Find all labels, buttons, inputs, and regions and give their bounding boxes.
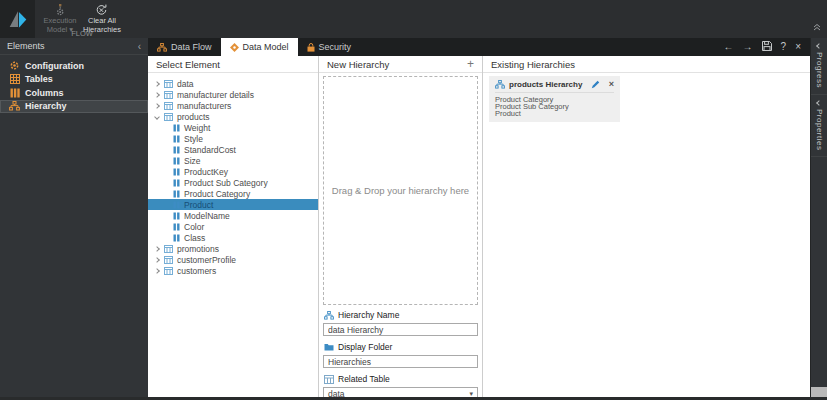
clear-all-icon	[94, 3, 109, 17]
elements-sidebar: Elements ‹ Configuration	[0, 38, 148, 397]
ribbon-group-flow: Execution Model ▾ Clear All Hierarchies …	[38, 0, 126, 38]
tree-item-color[interactable]: Color	[148, 221, 318, 232]
expand-caret-icon[interactable]	[154, 92, 160, 98]
expand-caret-icon[interactable]	[154, 103, 160, 109]
clear-all-hierarchies-button[interactable]: Clear All Hierarchies	[80, 2, 124, 29]
column-icon	[173, 124, 180, 132]
sidebar-item-columns[interactable]: Columns	[0, 86, 148, 100]
dock-tab-label: Progress	[815, 52, 824, 88]
hierarchy-level-product: Product	[495, 110, 614, 117]
tab-data-model[interactable]: Data Model	[221, 38, 298, 56]
collapse-ribbon-icon[interactable]	[812, 17, 822, 35]
help-icon[interactable]: ?	[781, 42, 787, 52]
panel-title: Existing Hierarchies	[491, 59, 575, 70]
tree-item-label: manufacturer details	[177, 90, 254, 100]
table-icon	[164, 256, 173, 264]
hierarchy-dropzone[interactable]: Drag & Drop your hierarchy here	[323, 76, 478, 305]
forward-icon[interactable]: →	[743, 42, 753, 52]
select-element-panel: Select Element datamanufacturer detailsm…	[148, 56, 318, 397]
tree-item-label: customers	[177, 266, 216, 276]
column-icon	[173, 201, 180, 209]
tree-item-style[interactable]: Style	[148, 133, 318, 144]
window-controls: ← → ? ×	[724, 38, 810, 56]
tree-item-modelname[interactable]: ModelName	[148, 210, 318, 221]
tree-item-product-sub-category[interactable]: Product Sub Category	[148, 177, 318, 188]
column-icon	[173, 157, 180, 165]
tree-item-products[interactable]: products	[148, 111, 318, 122]
sidebar-title: Elements	[7, 41, 45, 51]
tree-item-manufacturer-details[interactable]: manufacturer details	[148, 89, 318, 100]
sidebar-collapse-icon[interactable]: ‹	[138, 41, 141, 52]
tree-item-product[interactable]: Product	[148, 199, 318, 210]
hierarchy-icon	[324, 311, 334, 320]
column-icon	[173, 135, 180, 143]
table-icon	[164, 80, 173, 88]
expand-caret-icon[interactable]	[154, 81, 160, 87]
hierarchy-icon	[9, 101, 20, 111]
back-icon[interactable]: ←	[724, 42, 734, 52]
chevron-down-icon: ▾	[469, 390, 473, 398]
tree-item-size[interactable]: Size	[148, 155, 318, 166]
tree-item-label: data	[177, 79, 194, 89]
tab-security[interactable]: Security	[298, 38, 361, 56]
tree-item-label: Style	[184, 134, 203, 144]
related-table-select[interactable]: data ▾	[323, 387, 478, 400]
select-element-header: Select Element	[148, 56, 318, 73]
tree-item-label: StandardCost	[184, 145, 236, 155]
dock-tab-properties[interactable]: Properties	[811, 95, 827, 157]
tree-item-standardcost[interactable]: StandardCost	[148, 144, 318, 155]
tree-item-label: customerProfile	[177, 255, 236, 265]
new-hierarchy-panel: New Hierarchy + Drag & Drop your hierarc…	[318, 56, 483, 397]
chevron-left-icon	[816, 100, 822, 106]
columns-icon	[9, 88, 20, 98]
tree-item-data[interactable]: data	[148, 78, 318, 89]
right-dock: Progress Properties	[810, 38, 827, 397]
related-table-value: data	[328, 389, 345, 399]
sidebar-item-label: Columns	[25, 88, 64, 98]
close-icon[interactable]: ×	[795, 42, 801, 52]
sidebar-item-hierarchy[interactable]: Hierarchy	[0, 100, 148, 114]
chevron-left-icon	[816, 43, 822, 49]
sidebar-item-configuration[interactable]: Configuration	[0, 59, 148, 73]
expand-caret-icon[interactable]	[154, 268, 160, 274]
hierarchy-name-input[interactable]	[323, 323, 478, 336]
tab-data-flow[interactable]: Data Flow	[148, 38, 221, 56]
tree-item-label: Color	[184, 222, 204, 232]
tree-item-customers[interactable]: customers	[148, 265, 318, 276]
ribbon-group-label: FLOW	[38, 29, 126, 38]
model-icon	[230, 43, 239, 52]
tree-item-promotions[interactable]: promotions	[148, 243, 318, 254]
expand-caret-icon[interactable]	[154, 114, 160, 120]
tree-item-class[interactable]: Class	[148, 232, 318, 243]
tree-item-weight[interactable]: Weight	[148, 122, 318, 133]
dock-resize-grip[interactable]	[811, 387, 827, 397]
table-icon	[164, 267, 173, 275]
column-icon	[173, 190, 180, 198]
sidebar-item-tables[interactable]: Tables	[0, 73, 148, 87]
tree-item-label: ProductKey	[184, 167, 228, 177]
expand-caret-icon[interactable]	[154, 257, 160, 263]
execution-model-button[interactable]: Execution Model ▾	[40, 2, 80, 29]
expand-caret-icon[interactable]	[154, 246, 160, 252]
tree-item-label: promotions	[177, 244, 219, 254]
related-table-label: Related Table	[338, 374, 390, 384]
tree-item-product-category[interactable]: Product Category	[148, 188, 318, 199]
add-hierarchy-icon[interactable]: +	[467, 58, 474, 70]
tree-item-customerprofile[interactable]: customerProfile	[148, 254, 318, 265]
save-icon[interactable]	[762, 41, 772, 53]
sidebar-item-label: Tables	[25, 74, 53, 84]
panel-title: New Hierarchy	[327, 59, 389, 70]
column-icon	[173, 146, 180, 154]
existing-hierarchies-header: Existing Hierarchies	[483, 56, 810, 73]
tree-item-label: manufacturers	[177, 101, 231, 111]
edit-pencil-icon[interactable]	[591, 80, 600, 89]
app-logo	[0, 0, 35, 38]
tree-item-label: Weight	[184, 123, 210, 133]
tree-item-manufacturers[interactable]: manufacturers	[148, 100, 318, 111]
dock-tab-progress[interactable]: Progress	[811, 38, 827, 95]
display-folder-input[interactable]	[323, 355, 478, 368]
execution-model-icon	[53, 3, 68, 17]
tree-item-productkey[interactable]: ProductKey	[148, 166, 318, 177]
tree-item-label: Product Sub Category	[184, 178, 268, 188]
delete-close-icon[interactable]: ×	[609, 79, 614, 89]
